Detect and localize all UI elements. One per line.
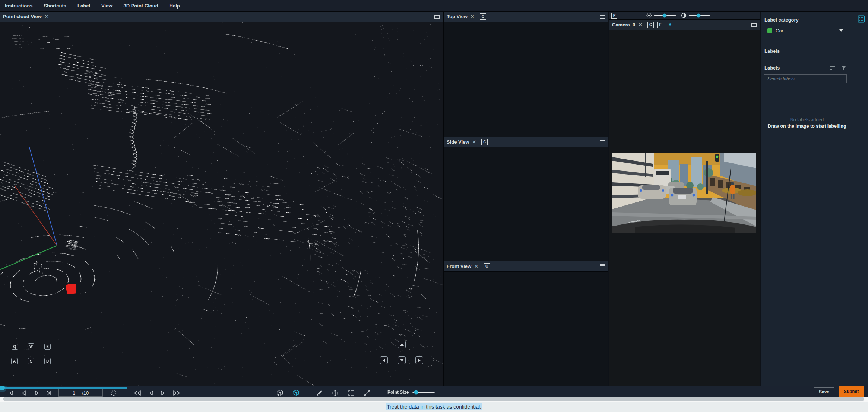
previous-frame-button[interactable] [20,389,28,397]
save-button[interactable]: Save [814,387,834,396]
camera-f-button[interactable]: F [657,22,663,28]
maximize-icon[interactable] [600,140,605,144]
camera-toggle-button[interactable]: C [481,139,488,145]
contrast-slider-knob[interactable] [696,13,700,17]
loop-icon [110,390,117,396]
seek-knob[interactable] [0,386,5,390]
fast-forward-button[interactable] [172,389,181,397]
labels-heading: Labels [764,48,780,54]
cuboid-3d-tool-button[interactable] [291,388,301,397]
maximize-icon[interactable] [751,23,757,27]
close-icon[interactable]: ✕ [472,139,476,145]
key-w[interactable]: W [28,343,34,349]
frame-counter[interactable]: 1 /10 [58,389,103,397]
contrast-icon [681,13,687,18]
side-view-header: Side View ✕ C [444,137,608,147]
search-labels-input[interactable] [764,74,847,83]
step-forward-icon [160,390,166,396]
key-q[interactable]: Q [12,344,18,350]
menu-shortcuts[interactable]: Shortcuts [44,3,66,9]
street-scene [612,153,756,233]
camera-b-button[interactable]: B [667,22,673,28]
category-color-swatch [767,28,772,33]
key-d[interactable]: D [44,358,51,364]
label-category-dropdown[interactable]: Car [764,26,846,35]
confidential-message: Treat the data in this task as confident… [386,403,482,410]
camera-image[interactable] [612,153,756,233]
close-icon[interactable]: ✕ [638,22,642,28]
key-s[interactable]: S [28,358,34,364]
rewind-button[interactable] [133,389,142,397]
brightness-icon [646,13,652,18]
play-button[interactable] [33,389,41,397]
point-cloud-header: Point cloud View ✕ [0,12,443,22]
frame-total: /10 [82,390,89,396]
rewind-icon [134,390,141,396]
filter-icon[interactable] [841,65,846,71]
side-view-viewport[interactable] [444,147,608,261]
maximize-icon[interactable] [434,15,440,19]
loop-button[interactable] [110,389,118,397]
confidential-banner: Treat the data in this task as confident… [0,402,868,412]
brightness-slider-knob[interactable] [662,13,666,17]
brightness-slider[interactable] [654,15,676,16]
horizontal-scrollbar[interactable] [3,397,864,401]
camera-c-button[interactable]: C [647,22,654,28]
pan-right-button[interactable] [415,356,423,364]
camera-toggle-button[interactable]: C [484,263,490,269]
camera-toggle-button[interactable]: C [480,13,486,20]
step-forward-button[interactable] [159,389,167,397]
region-select-tool-button[interactable] [346,388,356,397]
point-size-slider[interactable] [412,392,435,393]
move-icon [332,389,339,397]
measure-line-tool-button[interactable] [314,388,324,397]
labels-subheading: Labels [764,65,780,71]
menu-label[interactable]: Label [77,3,90,9]
empty-state-subtitle: Draw on the image to start labelling [761,124,853,129]
step-back-button[interactable] [147,389,155,397]
top-view-viewport[interactable] [444,22,608,137]
point-cloud-viewport[interactable] [0,22,443,386]
expand-icon [363,389,371,397]
pan-left-button[interactable] [380,356,388,364]
menu-bar: Instructions Shortcuts Label View 3D Poi… [0,0,868,12]
sort-icon[interactable] [830,66,836,70]
maximize-icon[interactable] [600,15,605,19]
menu-instructions[interactable]: Instructions [5,3,32,9]
fast-forward-icon [173,390,180,396]
skip-to-start-button[interactable] [7,389,15,397]
submit-button[interactable]: Submit [839,386,864,397]
key-a[interactable]: A [11,358,18,364]
frame-number[interactable]: 1 [73,390,75,396]
front-view-header: Front View ✕ C [444,261,608,272]
move-tool-button[interactable] [330,388,340,397]
key-e[interactable]: E [44,344,51,350]
front-view-title: Front View [447,264,471,269]
bottom-toolbar: 1 /10 [0,386,868,397]
point-size-label: Point Size [387,390,409,395]
projection-button[interactable]: P [611,13,617,19]
close-icon[interactable]: ✕ [474,264,478,269]
arrow-right-icon [418,358,421,362]
contrast-slider[interactable] [689,15,710,16]
close-icon[interactable]: ✕ [45,14,49,19]
skip-end-icon [46,390,52,396]
maximize-icon[interactable] [600,264,605,268]
camera-title: Camera_0 [612,22,635,28]
close-icon[interactable]: ✕ [471,14,475,19]
skip-to-end-button[interactable] [45,389,53,397]
empty-state-title: No labels added [761,117,853,122]
label-list-panel-icon[interactable] [858,15,865,23]
pan-down-button[interactable] [398,356,406,364]
pan-up-button[interactable] [398,341,406,348]
menu-3d-point-cloud[interactable]: 3D Point Cloud [123,3,158,9]
camera-toolbar: P [609,12,760,20]
menu-view[interactable]: View [101,3,112,9]
side-view-panel: Side View ✕ C [443,137,608,261]
point-size-knob[interactable] [414,390,418,394]
top-view-title: Top View [447,14,468,19]
add-cuboid-tool-button[interactable] [275,388,285,397]
fullscreen-tool-button[interactable] [362,388,372,397]
menu-help[interactable]: Help [170,3,180,9]
front-view-viewport[interactable] [444,272,608,386]
